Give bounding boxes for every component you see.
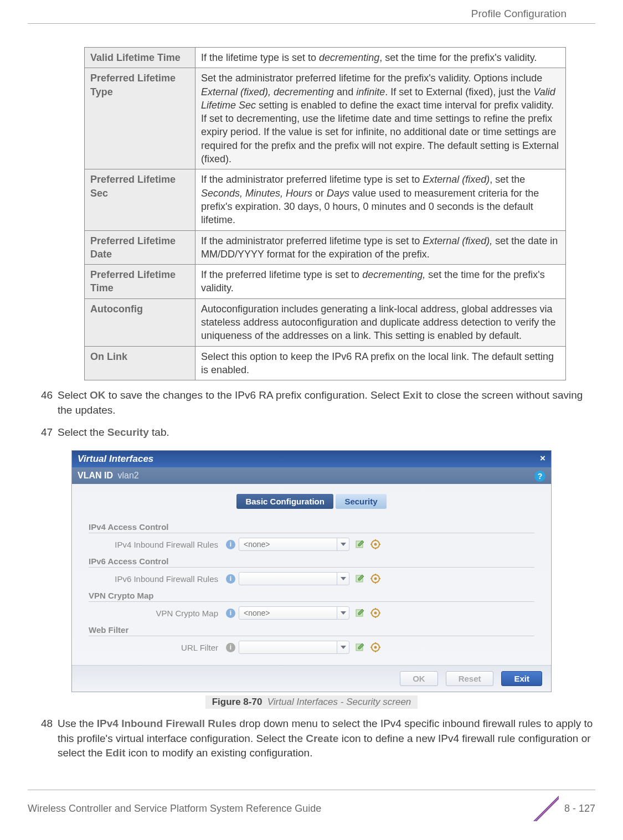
exit-button[interactable]: Exit [501,671,542,686]
edit-icon[interactable] [370,608,380,618]
label-ipv6-inbound: IPv6 Inbound Firewall Rules [96,574,223,584]
row-url-filter: URL Filter i [89,636,534,655]
combo-vpn-crypto[interactable]: <none> [239,606,349,620]
definition-cell: If the administrator preferred lifetime … [195,169,566,230]
edit-icon[interactable] [370,539,380,549]
info-icon[interactable]: i [226,574,235,584]
definition-cell: If the lifetime type is set to decrement… [195,48,566,68]
dialog-subheader: VLAN ID vlan2 ? [72,467,551,484]
help-icon[interactable]: ? [534,471,545,482]
ok-button[interactable]: OK [400,671,438,686]
figure-caption: Figure 8-70 Virtual Interfaces - Securit… [205,695,418,709]
row-ipv4-inbound: IPv4 Inbound Firewall Rules i <none> [89,533,534,552]
chevron-down-icon[interactable] [337,573,349,585]
definition-cell: Select this option to keep the IPv6 RA p… [195,346,566,380]
step-number: 48 [41,717,58,731]
term-cell: Autoconfig [85,298,195,346]
combo-value: <none> [244,609,337,617]
create-icon[interactable] [355,574,365,584]
step-number: 47 [41,425,58,440]
edit-icon[interactable] [370,642,380,652]
info-icon[interactable]: i [226,643,235,652]
chevron-down-icon[interactable] [337,641,349,653]
definition-cell: Set the administrator preferred lifetime… [195,68,566,169]
group-vpn-header: VPN Crypto Map [89,586,534,602]
create-icon[interactable] [355,608,365,618]
step-47: 47Select the Security tab. [29,425,594,440]
section-title: Profile Configuration [471,8,567,19]
group-ipv4-header: IPv4 Access Control [89,518,534,533]
label-vpn-crypto: VPN Crypto Map [96,609,223,618]
svg-point-2 [374,543,377,546]
chevron-down-icon[interactable] [337,538,349,550]
page-footer: Wireless Controller and Service Platform… [28,790,595,821]
tab-basic-configuration[interactable]: Basic Configuration [236,494,333,509]
edit-icon[interactable] [370,574,380,584]
row-ipv6-inbound: IPv6 Inbound Firewall Rules i [89,568,534,586]
table-row: Preferred Lifetime TypeSet the administr… [85,68,566,169]
info-icon[interactable]: i [226,609,235,618]
chevron-down-icon[interactable] [337,607,349,619]
term-cell: Valid Lifetime Time [85,48,195,68]
definition-cell: If the preferred lifetime type is set to… [195,265,566,299]
svg-point-23 [374,646,377,649]
svg-point-9 [374,578,377,580]
figure-label: Figure 8-70 [212,697,262,707]
vlan-id-label: VLAN ID [78,471,113,480]
row-vpn-crypto: VPN Crypto Map i <none> [89,602,534,621]
reset-button[interactable]: Reset [446,671,494,686]
step-text: Use the IPv4 Inbound Firewall Rules drop… [58,718,593,759]
term-cell: Preferred Lifetime Sec [85,169,195,230]
group-ipv6-header: IPv6 Access Control [89,552,534,568]
svg-point-16 [374,612,377,615]
close-icon[interactable]: × [540,453,545,464]
combo-ipv4-inbound[interactable]: <none> [239,538,349,551]
create-icon[interactable] [355,539,365,549]
table-row: Preferred Lifetime DateIf the administra… [85,230,566,265]
step-48: 48Use the IPv4 Inbound Firewall Rules dr… [29,717,594,761]
term-cell: Preferred Lifetime Type [85,68,195,169]
definitions-table: Valid Lifetime TimeIf the lifetime type … [84,47,566,380]
create-icon[interactable] [355,642,365,652]
vlan-id-value: vlan2 [117,471,138,480]
combo-url-filter[interactable] [239,641,349,654]
group-web-header: Web Filter [89,621,534,636]
term-cell: On Link [85,346,195,380]
figure-caption-text: Virtual Interfaces - Security screen [267,697,411,707]
dialog-virtual-interfaces: Virtual Interfaces × VLAN ID vlan2 ? Bas… [71,450,552,692]
tab-security[interactable]: Security [336,494,386,509]
combo-value: <none> [244,540,337,549]
table-row: Preferred Lifetime SecIf the administrat… [85,169,566,230]
page-mark: 8 - 127 [533,796,595,821]
dialog-title-text: Virtual Interfaces [78,454,153,464]
term-cell: Preferred Lifetime Date [85,230,195,265]
page-number: 8 - 127 [564,803,595,815]
dialog-footer: OK Reset Exit [72,665,551,692]
footer-guide-title: Wireless Controller and Service Platform… [28,803,321,815]
label-ipv4-inbound: IPv4 Inbound Firewall Rules [96,540,223,549]
combo-ipv6-inbound[interactable] [239,572,349,585]
tab-bar: Basic Configuration Security [72,484,551,514]
table-row: Preferred Lifetime TimeIf the preferred … [85,265,566,299]
step-text: Select OK to save the changes to the IPv… [58,389,583,416]
page-section-header: Profile Configuration [28,0,595,24]
table-row: AutoconfigAutoconfiguration includes gen… [85,298,566,346]
table-row: Valid Lifetime TimeIf the lifetime type … [85,48,566,68]
step-number: 46 [41,388,58,403]
table-row: On LinkSelect this option to keep the IP… [85,346,566,380]
step-text: Select the Security tab. [58,426,169,438]
page-corner-icon [533,796,559,821]
info-icon[interactable]: i [226,540,235,549]
label-url-filter: URL Filter [96,643,223,652]
dialog-titlebar: Virtual Interfaces × [72,451,551,467]
definition-cell: If the administrator preferred lifetime … [195,230,566,265]
definition-cell: Autoconfiguration includes generating a … [195,298,566,346]
step-46: 46Select OK to save the changes to the I… [29,388,594,418]
term-cell: Preferred Lifetime Time [85,265,195,299]
